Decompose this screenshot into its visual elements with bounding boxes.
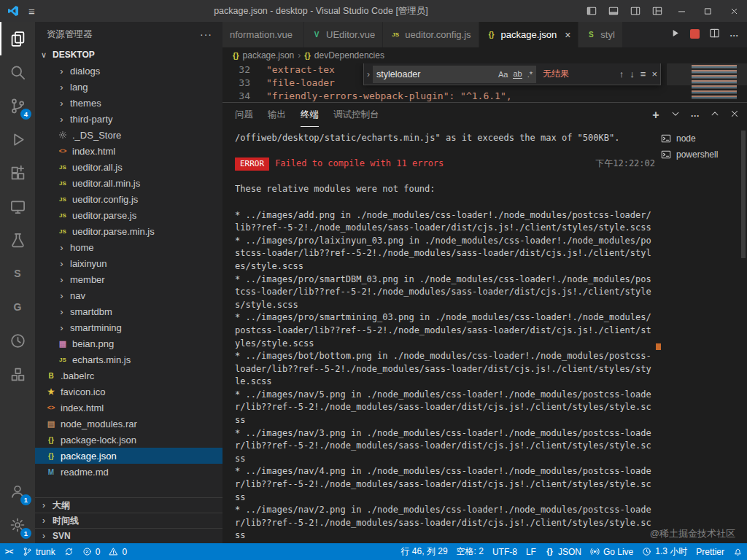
activity-gitlens[interactable]: G bbox=[0, 290, 35, 324]
tree-item[interactable]: ›third-party bbox=[35, 111, 222, 127]
close-button[interactable] bbox=[721, 0, 747, 22]
more-actions-button[interactable]: ··· bbox=[690, 109, 700, 122]
tree-item[interactable]: <>index.html bbox=[35, 400, 222, 416]
panel-tab-终端[interactable]: 终端 bbox=[301, 103, 319, 127]
layout-sidebar-button[interactable] bbox=[581, 0, 603, 22]
panel-tab-输出[interactable]: 输出 bbox=[268, 103, 286, 127]
status-remote[interactable]: >< bbox=[0, 543, 18, 560]
status-eol[interactable]: LF bbox=[522, 543, 541, 560]
activity-extensions[interactable] bbox=[0, 156, 35, 190]
activity-explorer[interactable] bbox=[0, 22, 35, 55]
tree-item[interactable]: ›smartmining bbox=[35, 319, 222, 335]
terminal-scrollbar[interactable] bbox=[656, 132, 661, 539]
tree-item[interactable]: ›nav bbox=[35, 287, 222, 303]
tree-item[interactable]: ▦beian.png bbox=[35, 335, 222, 351]
whole-word-icon[interactable]: ab bbox=[513, 69, 522, 79]
activity-accounts[interactable]: 1 bbox=[0, 475, 35, 508]
tree-item[interactable]: ._DS_Store bbox=[35, 127, 222, 143]
breadcrumb-item[interactable]: devDependencies bbox=[314, 50, 384, 61]
tree-item[interactable]: B.babelrc bbox=[35, 368, 222, 384]
tab-package.json[interactable]: {}package.json× bbox=[479, 22, 579, 47]
tree-item[interactable]: JSueditor.parse.min.js bbox=[35, 223, 222, 239]
split-editor-button[interactable] bbox=[709, 28, 720, 42]
status-wakatime[interactable]: 1.3 小时 bbox=[638, 543, 692, 560]
maximize-button[interactable] bbox=[694, 0, 721, 22]
tab-styl[interactable]: Sstyl bbox=[578, 22, 623, 47]
regex-icon[interactable]: .* bbox=[527, 70, 533, 79]
status-sync[interactable] bbox=[60, 543, 78, 560]
status-prettier[interactable]: Prettier bbox=[692, 543, 729, 560]
tree-item[interactable]: ★favicon.ico bbox=[35, 384, 222, 400]
activity-settings[interactable]: 1 bbox=[0, 508, 35, 542]
terminal-instance-powershell[interactable]: powershell bbox=[661, 147, 738, 163]
tree-item[interactable]: JSueditor.parse.js bbox=[35, 207, 222, 223]
tree-item[interactable]: Mreadme.md bbox=[35, 464, 222, 480]
match-case-icon[interactable]: Aa bbox=[498, 70, 508, 79]
tab-ueditor.config.js[interactable]: JSueditor.config.js bbox=[383, 22, 479, 47]
tree-item[interactable]: ▤node_modules.rar bbox=[35, 416, 222, 432]
run-button[interactable] bbox=[670, 28, 681, 42]
status-encoding[interactable]: UTF-8 bbox=[488, 543, 522, 560]
status-indentation[interactable]: 空格: 2 bbox=[452, 543, 488, 560]
code-editor[interactable]: 32"extract-tex33"file-loader34"friendly-… bbox=[222, 63, 747, 102]
panel-scrollbar[interactable] bbox=[740, 128, 747, 543]
status-go-live[interactable]: Go Live bbox=[586, 543, 638, 560]
section-svn[interactable]: ›SVN bbox=[35, 528, 222, 543]
maximize-panel-button[interactable] bbox=[710, 109, 720, 122]
breadcrumb-item[interactable]: package.json bbox=[243, 50, 295, 61]
status-notifications[interactable] bbox=[729, 543, 747, 560]
next-match-icon[interactable]: ↓ bbox=[630, 69, 635, 79]
tree-item[interactable]: ›dialogs bbox=[35, 63, 222, 79]
scrollbar-thumb[interactable] bbox=[741, 131, 746, 258]
layout-panel-button[interactable] bbox=[603, 0, 624, 22]
new-terminal-button[interactable]: + bbox=[651, 109, 661, 122]
tree-item[interactable]: JSueditor.all.min.js bbox=[35, 175, 222, 191]
find-query[interactable]: styleloader bbox=[376, 69, 493, 79]
toggle-replace-icon[interactable]: › bbox=[364, 63, 373, 85]
tree-item[interactable]: JSueditor.all.js bbox=[35, 159, 222, 175]
tree-item[interactable]: ›home bbox=[35, 239, 222, 255]
status-cursor-position[interactable]: 行 46, 列 29 bbox=[397, 543, 452, 560]
tree-item[interactable]: JSueditor.config.js bbox=[35, 191, 222, 207]
tree-item[interactable]: {}package-lock.json bbox=[35, 432, 222, 448]
panel-tab-调试控制台[interactable]: 调试控制台 bbox=[333, 103, 379, 127]
terminal-output[interactable]: /offiweb/desktop/static/echarts.min.js" … bbox=[235, 132, 655, 539]
tree-item[interactable]: JSecharts.min.js bbox=[35, 351, 222, 368]
menu-icon[interactable]: ≡ bbox=[28, 5, 35, 18]
panel-tab-问题[interactable]: 问题 bbox=[235, 103, 253, 127]
sidebar-more-actions-icon[interactable]: ··· bbox=[200, 28, 212, 40]
tree-item[interactable]: ›laixinyun bbox=[35, 255, 222, 271]
close-find-icon[interactable]: × bbox=[651, 69, 657, 79]
previous-match-icon[interactable]: ↑ bbox=[619, 69, 624, 79]
find-input[interactable]: styleloader Aa ab .* bbox=[373, 66, 536, 83]
tab-nformation.vue[interactable]: nformation.vue bbox=[222, 22, 304, 47]
terminal-instance-node[interactable]: node bbox=[661, 131, 738, 147]
tree-item[interactable]: ›smartdbm bbox=[35, 303, 222, 319]
stop-button[interactable] bbox=[689, 28, 700, 42]
find-in-selection-icon[interactable]: ≡ bbox=[640, 69, 646, 79]
tree-item[interactable]: ›member bbox=[35, 271, 222, 287]
minimize-button[interactable] bbox=[668, 0, 694, 22]
activity-stylus-extension[interactable]: S bbox=[0, 257, 35, 290]
layout-customize-button[interactable] bbox=[646, 0, 668, 22]
activity-source-control[interactable]: 4 bbox=[0, 89, 35, 122]
activity-remote-explorer[interactable] bbox=[0, 190, 35, 223]
terminal-picker-button[interactable] bbox=[670, 109, 681, 122]
tree-item[interactable]: {}package.json bbox=[35, 448, 222, 464]
layout-secondary-sidebar-button[interactable] bbox=[624, 0, 646, 22]
activity-containers[interactable] bbox=[0, 357, 35, 391]
activity-history[interactable] bbox=[0, 324, 35, 357]
tree-item[interactable]: ›lang bbox=[35, 79, 222, 95]
tab-UEditor.vue[interactable]: VUEditor.vue bbox=[304, 22, 383, 47]
close-panel-button[interactable] bbox=[729, 109, 740, 122]
tree-item[interactable]: <>index.html bbox=[35, 143, 222, 159]
section-desktop[interactable]: ∨ DESKTOP bbox=[35, 47, 222, 63]
more-actions-button[interactable]: ··· bbox=[729, 28, 740, 42]
status-errors[interactable]: 0 bbox=[78, 543, 105, 560]
section-时间线[interactable]: ›时间线 bbox=[35, 513, 222, 528]
close-tab-icon[interactable]: × bbox=[565, 29, 570, 41]
section-大纲[interactable]: ›大纲 bbox=[35, 497, 222, 513]
activity-testing[interactable] bbox=[0, 223, 35, 257]
status-branch[interactable]: trunk bbox=[18, 543, 60, 560]
status-warnings[interactable]: 0 bbox=[104, 543, 131, 560]
